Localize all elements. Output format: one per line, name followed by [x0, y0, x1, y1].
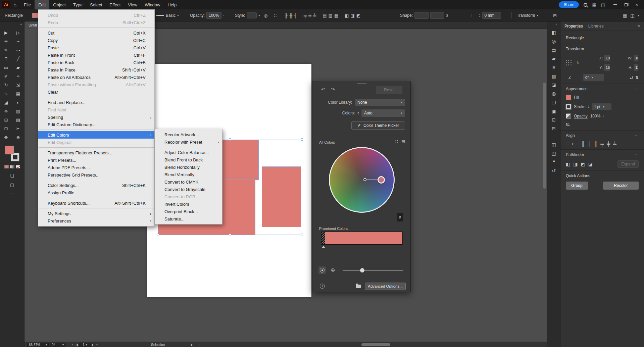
share-button[interactable]: Share — [559, 1, 579, 8]
align-middle-icon[interactable]: ╪ — [607, 141, 610, 147]
menu-file[interactable]: File — [20, 0, 35, 9]
selection-handle[interactable] — [229, 138, 231, 141]
minimize-button[interactable] — [610, 0, 621, 9]
prominent-color-bar[interactable] — [321, 232, 403, 245]
direct-selection-tool[interactable]: ▷ — [14, 30, 22, 36]
menu-item-paste-on-all-artboards[interactable]: Paste on All ArtboardsAlt+Shift+Ctrl+V — [38, 73, 154, 81]
redo-icon[interactable]: ↷ — [331, 87, 335, 93]
dialog-drag-handle[interactable] — [357, 83, 367, 84]
menu-item-copy[interactable]: CopyCtrl+C — [38, 37, 154, 44]
selection-handle[interactable] — [157, 234, 159, 236]
fx-button[interactable]: fx. — [566, 122, 570, 127]
colors-dropdown[interactable]: Auto▾ — [361, 109, 405, 117]
gradient-tool[interactable]: ▨ — [14, 117, 22, 123]
colors-stepper[interactable]: ▴▾ — [357, 111, 359, 115]
menu-item-assign-profile[interactable]: Assign Profile... — [38, 189, 154, 196]
align-to-selection-icon[interactable]: ∷ — [566, 141, 569, 147]
menu-edit[interactable]: Edit — [35, 0, 49, 9]
rotation-dropdown[interactable]: 0°▾ — [583, 74, 604, 81]
appearance-panel-icon[interactable]: ◍ — [552, 89, 556, 98]
align-center-icon[interactable]: ╫ — [289, 13, 292, 18]
undo-icon[interactable]: ↶ — [321, 87, 326, 93]
play-icon[interactable]: ▶ — [191, 343, 193, 346]
menu-item-perspective-grid-presets[interactable]: Perspective Grid Presets... — [38, 171, 154, 179]
stroke-weight-dropdown[interactable]: 1 pt▾ — [592, 103, 611, 110]
preferences-grid-icon[interactable]: ▦ — [623, 13, 627, 18]
menu-window[interactable]: Window — [141, 0, 164, 9]
selection-handle[interactable] — [229, 234, 231, 236]
appearance-more-icon[interactable]: ⋯ — [635, 87, 639, 91]
selection-handle[interactable] — [301, 186, 303, 188]
stroke-panel-icon[interactable]: ≡ — [552, 63, 555, 72]
pathfinder-exclude-icon[interactable]: ◪ — [588, 161, 593, 167]
brushes-panel-icon[interactable]: ▰ — [552, 54, 556, 63]
free-transform-tool[interactable]: ▦ — [14, 91, 22, 97]
libraries-panel-icon[interactable]: ◫ — [551, 140, 556, 149]
eyedropper-tool[interactable]: ◢ — [2, 100, 10, 105]
comments-panel-icon[interactable]: ❝ — [552, 158, 555, 166]
artboard-tool[interactable]: ⊡ — [2, 126, 10, 132]
slider-thumb[interactable] — [360, 268, 364, 272]
tab-properties[interactable]: Properties — [564, 24, 583, 29]
color-theme-picker-button[interactable]: ✐ Color Theme Picker — [351, 121, 405, 130]
chevron-right-icon[interactable]: › — [603, 114, 604, 118]
menu-item-find-and-replace[interactable]: Find and Replace... — [38, 99, 154, 106]
selection-handle[interactable] — [301, 234, 303, 236]
menu-object[interactable]: Object — [49, 0, 69, 9]
align-more-icon[interactable]: ⋯ — [635, 133, 639, 138]
brush-definition-dropdown[interactable]: Basic▾ — [156, 9, 179, 21]
measure-icon[interactable]: ⊥ — [469, 9, 473, 21]
menu-item-print-presets[interactable]: Print Presets... — [38, 156, 154, 164]
stroke-weight-stepper[interactable]: ▴▾ — [588, 105, 590, 109]
group-button[interactable]: Group — [566, 182, 588, 190]
recolor-button[interactable]: Recolor — [603, 182, 639, 190]
layers-panel-icon[interactable]: ▣ — [551, 107, 556, 115]
gradient-panel-icon[interactable]: ▨ — [551, 72, 556, 81]
align-left-icon[interactable]: ╟ — [285, 13, 288, 18]
menu-effect[interactable]: Effect — [106, 0, 124, 9]
menu-item-recolor-artwork[interactable]: Recolor Artwork... — [155, 131, 222, 138]
color-wheel-selected-marker[interactable] — [378, 176, 385, 184]
drawing-mode-icon[interactable]: ❏ — [10, 173, 14, 178]
menu-item-convert-to-grayscale[interactable]: Convert to Grayscale — [155, 186, 222, 193]
lasso-tool[interactable]: ∽ — [14, 39, 22, 44]
y-position-field[interactable]: 156,457 mm — [604, 64, 610, 71]
color-wheel-base-marker[interactable] — [363, 178, 366, 181]
rotate-tool[interactable]: ↻ — [2, 83, 10, 88]
blend-tool[interactable]: ◐ — [14, 100, 22, 105]
menu-select[interactable]: Select — [86, 0, 106, 9]
menu-item-invert-colors[interactable]: Invert Colors — [155, 200, 222, 208]
close-button[interactable]: × — [631, 0, 642, 9]
menu-item-clear[interactable]: Clear — [38, 88, 154, 96]
prominent-color-marker[interactable] — [322, 246, 325, 248]
next-artboard-icon[interactable]: ▶ — [92, 343, 94, 346]
menu-item-edit-custom-dictionary[interactable]: Edit Custom Dictionary... — [38, 121, 154, 128]
pen-tool[interactable]: ✎ — [2, 48, 10, 53]
zoom-tool[interactable]: ⊕ — [14, 135, 22, 140]
last-artboard-icon[interactable]: ⇥ — [95, 343, 98, 346]
first-artboard-icon[interactable]: ⇤ — [72, 343, 75, 346]
tab-libraries[interactable]: Libraries — [588, 24, 604, 29]
info-icon[interactable]: i — [320, 284, 325, 289]
screen-mode-icon[interactable]: ▢ — [10, 182, 14, 187]
selection-handle[interactable] — [301, 138, 303, 141]
zoom-dropdown[interactable]: 66,67%▾ — [27, 343, 49, 347]
search-icon[interactable] — [584, 3, 587, 7]
hand-tool[interactable]: ✥ — [2, 135, 10, 140]
flip-vertical-icon[interactable]: ⇅ — [635, 75, 639, 80]
color-button[interactable] — [4, 165, 9, 168]
color-guide-panel-icon[interactable]: ◎ — [552, 37, 556, 46]
symbol-sprayer-tool[interactable]: ❉ — [2, 109, 10, 114]
variation-slider[interactable] — [343, 270, 403, 271]
selection-tool[interactable]: ▶ — [2, 30, 10, 36]
stroke-swatch[interactable] — [566, 104, 571, 109]
fill-swatch[interactable] — [5, 146, 14, 154]
menu-item-paste-in-back[interactable]: Paste in BackCtrl+B — [38, 59, 154, 66]
align-to-pixel-grid-icon[interactable]: ⊞ — [553, 9, 557, 21]
menu-item-adjust-color-balance[interactable]: Adjust Color Balance... — [155, 149, 222, 156]
save-to-swatches-icon[interactable] — [356, 285, 361, 288]
transparency-panel-icon[interactable]: ◪ — [551, 81, 556, 89]
menu-item-keyboard-shortcuts[interactable]: Keyboard Shortcuts...Alt+Shift+Ctrl+K — [38, 199, 154, 207]
distribute-spacing-icon[interactable]: ◧ — [345, 13, 349, 18]
chevron-down-icon[interactable]: ▾ — [638, 14, 639, 17]
